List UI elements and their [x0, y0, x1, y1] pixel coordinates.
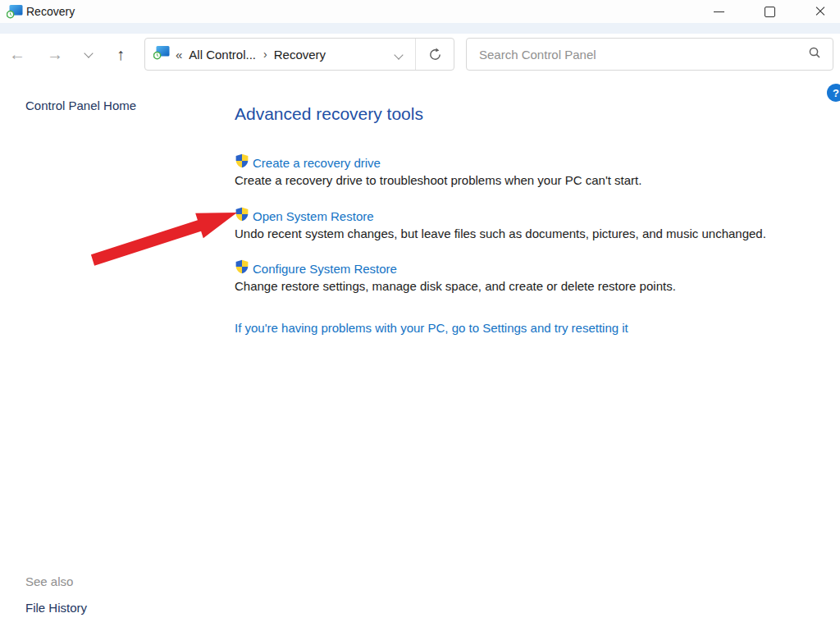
breadcrumb-recovery[interactable]: Recovery [274, 48, 326, 62]
titlebar-separator-band [0, 23, 840, 34]
task-open-system-restore[interactable]: Open System Restore [235, 207, 374, 225]
minimize-button[interactable] [700, 0, 737, 23]
recent-locations-button[interactable] [79, 34, 98, 75]
task-create-recovery-drive[interactable]: Create a recovery drive [235, 153, 381, 172]
recovery-app-icon [7, 4, 23, 22]
refresh-icon [428, 48, 442, 62]
maximize-icon [765, 7, 775, 17]
recovery-location-icon [153, 45, 170, 63]
uac-shield-icon [235, 153, 249, 172]
refresh-button[interactable] [416, 39, 454, 70]
search-icon [808, 46, 821, 62]
chevron-down-icon [394, 50, 403, 59]
configure-system-restore-link[interactable]: Configure System Restore [253, 262, 397, 276]
forward-button[interactable]: → [43, 34, 67, 75]
breadcrumb-separator-icon: › [263, 48, 267, 61]
question-mark-icon: ? [833, 87, 839, 99]
minimize-icon [714, 11, 724, 12]
close-icon [815, 6, 826, 17]
navigation-toolbar: ← → ↑ « All Control... › Recovery [0, 34, 840, 75]
task-configure-system-restore[interactable]: Configure System Restore [235, 259, 397, 277]
window-title: Recovery [26, 5, 75, 18]
title-bar: Recovery [0, 0, 840, 23]
open-system-restore-description: Undo recent system changes, but leave fi… [235, 226, 766, 240]
address-dropdown-button[interactable] [395, 47, 402, 62]
uac-shield-icon [235, 259, 249, 277]
uac-shield-icon [235, 207, 249, 225]
address-bar[interactable]: « All Control... › Recovery [144, 38, 454, 71]
sidebar-item-control-panel-home[interactable]: Control Panel Home [25, 98, 136, 112]
up-button[interactable]: ↑ [108, 34, 133, 75]
page-title: Advanced recovery tools [235, 104, 423, 124]
arrow-left-icon: ← [9, 45, 25, 64]
see-also-heading: See also [25, 574, 73, 588]
open-system-restore-link[interactable]: Open System Restore [253, 209, 374, 223]
go-to-settings-link[interactable]: If you're having problems with your PC, … [235, 321, 628, 335]
help-button[interactable]: ? [827, 84, 840, 102]
arrow-right-icon: → [47, 45, 63, 64]
breadcrumb-all-control-panel[interactable]: All Control... [189, 48, 256, 62]
chevron-down-icon [84, 48, 93, 57]
close-button[interactable] [801, 0, 839, 23]
configure-system-restore-description: Change restore settings, manage disk spa… [235, 279, 676, 293]
maximize-button[interactable] [751, 0, 788, 23]
red-arrow-annotation [82, 205, 246, 275]
sidebar-item-file-history[interactable]: File History [25, 601, 87, 615]
create-recovery-drive-description: Create a recovery drive to troubleshoot … [235, 173, 641, 187]
breadcrumb-overflow-chevron[interactable]: « [176, 48, 182, 62]
create-recovery-drive-link[interactable]: Create a recovery drive [253, 156, 381, 170]
back-button[interactable]: ← [5, 34, 30, 75]
search-input[interactable] [477, 47, 808, 62]
search-box[interactable] [466, 38, 833, 71]
arrow-up-icon: ↑ [116, 45, 125, 64]
